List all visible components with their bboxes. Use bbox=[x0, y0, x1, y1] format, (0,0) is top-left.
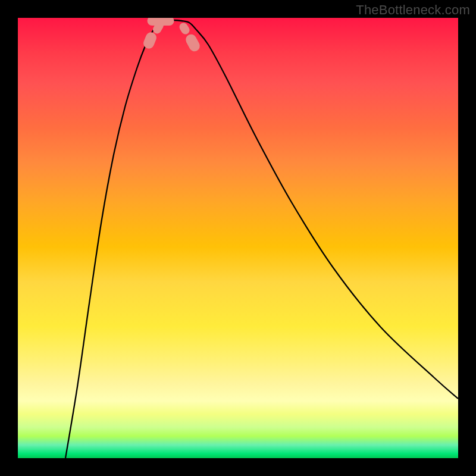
chart-plot-area bbox=[18, 18, 458, 458]
curve-markers bbox=[142, 18, 202, 53]
curve-marker bbox=[148, 18, 174, 26]
chart-overlay bbox=[18, 18, 458, 458]
watermark-text: TheBottleneck.com bbox=[356, 2, 470, 18]
curve-marker bbox=[184, 33, 202, 54]
chart-frame: TheBottleneck.com bbox=[0, 0, 476, 476]
bottleneck-curve bbox=[65, 20, 458, 458]
curve-marker bbox=[178, 21, 191, 36]
